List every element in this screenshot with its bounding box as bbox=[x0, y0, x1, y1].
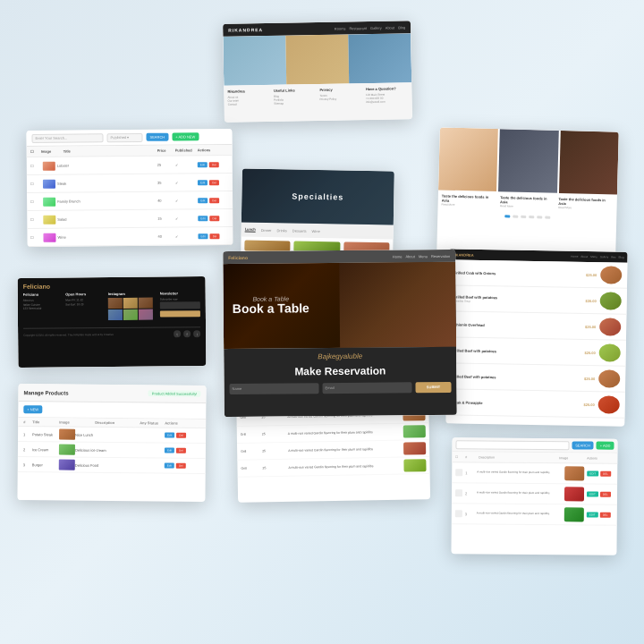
twitter-icon[interactable]: t bbox=[174, 330, 181, 337]
menu-item-info: Ethionio Overhead bbox=[453, 322, 581, 329]
caption-sub[interactable]: Read More bbox=[558, 206, 613, 211]
nav-menu[interactable]: Menu bbox=[590, 255, 597, 258]
new-product-button[interactable]: + NEW bbox=[23, 405, 42, 413]
newsletter-submit[interactable] bbox=[160, 310, 200, 317]
menu-item: Grilled Beef with potatoes Tuesday Soup … bbox=[447, 285, 626, 314]
delete-button[interactable]: DEL bbox=[600, 513, 611, 518]
food-search-input[interactable] bbox=[455, 440, 569, 450]
product-title: Burger bbox=[32, 462, 59, 467]
search-input[interactable]: Enter Your Search... bbox=[31, 133, 103, 143]
delete-product-button[interactable]: Del bbox=[176, 463, 186, 469]
edit-button[interactable]: EDIT bbox=[587, 513, 598, 518]
menu-item-name: Ethionio Overhead bbox=[453, 322, 581, 329]
row-checkbox[interactable] bbox=[455, 469, 462, 476]
page-dot[interactable] bbox=[529, 216, 534, 218]
add-new-button[interactable]: + ADD NEW bbox=[172, 132, 199, 140]
row-checkbox[interactable] bbox=[455, 510, 462, 517]
card-manage-products: Manage Products Product Added Successful… bbox=[17, 384, 206, 502]
edit-button[interactable]: EDIT bbox=[587, 492, 598, 497]
page-dot[interactable] bbox=[521, 216, 526, 218]
delete-product-button[interactable]: Del bbox=[176, 433, 186, 438]
nav-item[interactable]: Restaurant bbox=[349, 26, 367, 30]
caption-sub[interactable]: Read More bbox=[500, 205, 555, 210]
menu-content: Grilled Crab with Onions $25.00 Grilled … bbox=[445, 259, 627, 418]
newsletter-input[interactable] bbox=[160, 301, 200, 309]
menu-item-image bbox=[598, 395, 620, 413]
food-add-button[interactable]: + ADD bbox=[597, 442, 614, 450]
published-select[interactable]: Published ▾ bbox=[106, 132, 142, 141]
food-search-button[interactable]: SEARCH bbox=[572, 441, 594, 449]
footer-col-item: Sat-Sun: 10-23 bbox=[65, 302, 101, 307]
delete-button[interactable]: Del bbox=[209, 216, 219, 221]
nav-home[interactable]: Home bbox=[571, 255, 578, 258]
tab-desserts[interactable]: Desserts bbox=[292, 228, 307, 233]
nav-about[interactable]: About bbox=[405, 254, 414, 258]
menu-item-info: Steak & Pineapple bbox=[452, 400, 580, 407]
edit-button[interactable]: Edit bbox=[198, 216, 208, 221]
page-dot[interactable] bbox=[504, 216, 510, 218]
edit-button[interactable]: Edit bbox=[198, 180, 208, 185]
reservation-section: Bajkegyaluble Make Reservation Name Emai… bbox=[224, 347, 457, 417]
delete-button[interactable]: DEL bbox=[600, 471, 611, 477]
tab-lunch[interactable]: Lunch bbox=[245, 227, 256, 233]
submit-button[interactable]: SUBMIT bbox=[415, 382, 451, 393]
book-table-nav-items: Home About Menu Reservation bbox=[393, 253, 451, 258]
nav-item[interactable]: About bbox=[386, 25, 395, 30]
nav-item[interactable]: Blog bbox=[398, 25, 405, 30]
nav-gallery[interactable]: Gallery bbox=[600, 255, 609, 258]
tab-wine[interactable]: Wine bbox=[312, 228, 320, 233]
nav-menu[interactable]: Menu bbox=[419, 254, 428, 258]
menu-item-image bbox=[599, 318, 621, 335]
edit-product-button[interactable]: Edit bbox=[165, 463, 174, 469]
col-title: Title bbox=[32, 419, 59, 424]
page-dot[interactable] bbox=[545, 216, 550, 219]
edit-product-button[interactable]: Edit bbox=[165, 433, 174, 438]
food-admin-header: SEARCH + ADD bbox=[452, 437, 617, 453]
edit-button[interactable]: Edit bbox=[198, 162, 208, 167]
delete-button[interactable]: Del bbox=[209, 198, 219, 203]
caption-sub[interactable]: Read More bbox=[442, 203, 496, 208]
menu-item-image bbox=[599, 343, 621, 361]
nav-home[interactable]: Home bbox=[393, 254, 402, 258]
delete-button[interactable]: Del bbox=[209, 180, 219, 185]
row-image bbox=[43, 161, 55, 170]
nav-about[interactable]: About bbox=[580, 255, 588, 258]
footer-bg: Feliciano Feliciano About us Italian Cui… bbox=[18, 276, 207, 368]
delete-button[interactable]: Del bbox=[210, 233, 220, 239]
page-dot[interactable] bbox=[537, 216, 542, 219]
delete-product-button[interactable]: Del bbox=[176, 448, 186, 453]
search-button[interactable]: SEARCH bbox=[146, 133, 168, 141]
facebook-icon[interactable]: f bbox=[183, 330, 191, 337]
edit-product-button[interactable]: Edit bbox=[165, 448, 174, 453]
edit-button[interactable]: Edit bbox=[198, 233, 208, 239]
nav-item[interactable]: Gallery bbox=[370, 25, 382, 30]
delete-button[interactable]: Del bbox=[209, 162, 219, 167]
row-desc: A multi-rice varied Gardin flavoring for… bbox=[477, 491, 562, 496]
instagram-icon[interactable]: i bbox=[193, 330, 200, 337]
row-food-image bbox=[564, 466, 584, 480]
row-image bbox=[43, 179, 55, 188]
products-success-msg: Product Added Successfully! bbox=[148, 390, 201, 397]
edit-button[interactable]: EDIT bbox=[587, 471, 598, 477]
name-input[interactable]: Name bbox=[229, 383, 318, 394]
delete-button[interactable]: DEL bbox=[600, 492, 611, 497]
nav-reservation[interactable]: Reservation bbox=[431, 253, 450, 258]
edit-button[interactable]: Edit bbox=[198, 198, 208, 203]
menu-logo: RIKANDREA bbox=[453, 252, 569, 258]
food-desc: A multi-rice varied Gardin flavoring for… bbox=[288, 446, 400, 453]
manage-products-header: Manage Products Product Added Successful… bbox=[18, 384, 206, 403]
product-desc: Nice Lunch bbox=[75, 432, 120, 436]
book-table-logo: Feliciano bbox=[228, 254, 387, 261]
email-input[interactable]: Email bbox=[322, 382, 411, 394]
tab-drinks[interactable]: Drinks bbox=[276, 228, 286, 233]
row-checkbox[interactable] bbox=[455, 489, 462, 496]
nav-res[interactable]: Res bbox=[611, 255, 615, 258]
menu-item-image bbox=[600, 292, 622, 309]
menu-item: Grilled Beef with potatoes $25.00 bbox=[446, 363, 625, 392]
tab-dinner[interactable]: Dinner bbox=[261, 227, 272, 232]
footer-col-3: Privacy Terms Privacy Policy bbox=[319, 87, 362, 117]
food-image bbox=[403, 459, 426, 471]
page-dot[interactable] bbox=[513, 216, 518, 218]
nav-blog[interactable]: Blog bbox=[619, 256, 624, 259]
nav-item[interactable]: Rooms bbox=[335, 26, 346, 30]
